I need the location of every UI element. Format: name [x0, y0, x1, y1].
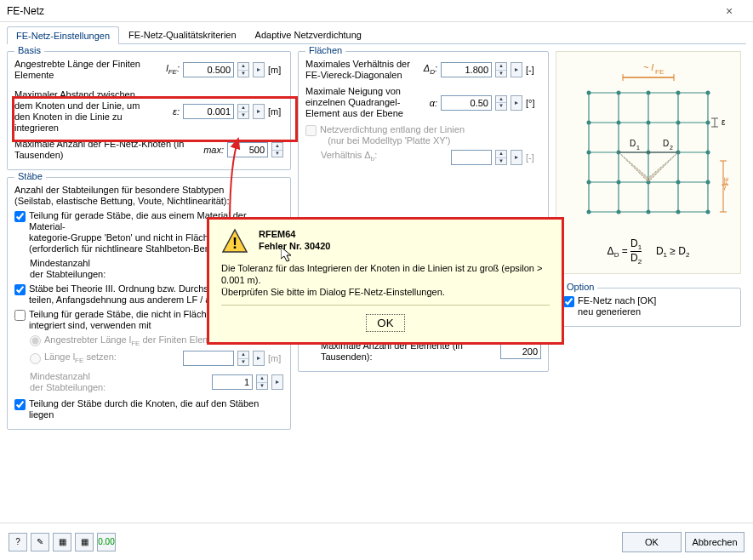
ok-button[interactable]: OK: [622, 532, 682, 552]
close-icon[interactable]: ×: [712, 4, 746, 18]
icon-btn-4[interactable]: 0.00: [97, 533, 116, 551]
svg-point-31: [617, 180, 621, 185]
svg-text:D: D: [663, 139, 669, 148]
spinner-min2[interactable]: ▲▼: [256, 374, 268, 390]
svg-point-33: [676, 180, 681, 185]
radio-angestrebte-laenge: [30, 335, 41, 346]
svg-point-16: [617, 91, 621, 95]
tab-qualitaetskriterien[interactable]: FE-Netz-Qualitätskriterien: [119, 26, 246, 43]
unit-eps: [m]: [268, 106, 283, 117]
input-vol-max[interactable]: [500, 344, 541, 359]
input-verhaeltnis: [451, 150, 492, 165]
label-len: Angestrebte Länge der Finiten Elemente: [14, 59, 154, 81]
radio-laenge-setzen: [30, 353, 41, 364]
unit-diag: [-]: [526, 65, 541, 75]
cb-teilung-flaechen[interactable]: [14, 310, 26, 321]
icon-btn-3[interactable]: ▦: [75, 533, 94, 551]
spinner-laenge-setzen: ▲▼: [237, 351, 249, 366]
icon-btn-2[interactable]: ▦: [53, 533, 71, 551]
unit-neig: [°]: [526, 98, 541, 108]
svg-text:2: 2: [670, 145, 673, 151]
label-eps: Maximaler Abstand zwischen dem Knoten un…: [14, 89, 154, 134]
cancel-button[interactable]: Abbrechen: [685, 532, 744, 552]
cb-netzverdichtung-linien: [305, 125, 317, 136]
sym-max: max:: [202, 145, 224, 155]
error-message: Die Toleranz für das Integrieren der Kno…: [221, 262, 550, 306]
svg-point-35: [587, 210, 591, 214]
error-title: Fehler Nr. 30420: [259, 240, 330, 252]
diagram: ~ lFE D1 D: [556, 51, 741, 274]
sym-eps: ε:: [157, 106, 180, 117]
cb-teilung-beton[interactable]: [14, 211, 26, 222]
spinner-neig[interactable]: ▲▼: [495, 95, 507, 111]
input-lfe[interactable]: [183, 62, 234, 77]
tab-adaptive-netzverdichtung[interactable]: Adaptive Netzverdichtung: [246, 26, 371, 43]
svg-point-38: [676, 210, 681, 214]
label-max: Maximale Anzahl der FE-Netz-Knoten (in T…: [14, 139, 198, 161]
svg-point-21: [617, 121, 621, 125]
unit-lfe: [m]: [268, 65, 283, 75]
unit-verhaeltnis: [-]: [526, 152, 541, 163]
spinner-diag[interactable]: ▲▼: [495, 62, 507, 77]
input-min2[interactable]: [212, 374, 253, 390]
spinner-eps[interactable]: ▲▼: [237, 104, 249, 119]
group-title-option: Option: [563, 282, 597, 292]
group-title-flaechen: Flächen: [305, 45, 345, 55]
svg-text:FE: FE: [655, 68, 664, 76]
sym-neig: α:: [415, 98, 437, 108]
error-product: RFEM64: [259, 228, 330, 240]
picker-diag[interactable]: ▸: [511, 62, 522, 77]
radio-angestrebte-laenge-label: Angestrebter Länge lFE der Finiten Eleme…: [44, 334, 229, 347]
help-button[interactable]: ?: [9, 533, 27, 551]
svg-point-19: [706, 91, 710, 95]
group-title-staebe: Stäbe: [14, 171, 46, 181]
formula: ΔD = D1D2 D1 ≥ D2: [563, 237, 733, 266]
svg-point-30: [587, 180, 591, 185]
cb-teilung-flaechen-label: Teilung für gerade Stäbe, die nicht in F…: [29, 309, 217, 331]
svg-point-15: [587, 91, 591, 95]
svg-point-25: [587, 151, 591, 155]
input-neig[interactable]: [441, 95, 492, 111]
svg-point-37: [647, 210, 651, 214]
cb-teilung-knoten[interactable]: [14, 399, 26, 410]
spinner-max[interactable]: ▲▼: [271, 142, 283, 157]
spinner-lfe[interactable]: ▲▼: [237, 62, 249, 77]
cb-regenerate[interactable]: [563, 296, 574, 307]
picker-lfe[interactable]: ▸: [253, 62, 265, 77]
svg-text:1: 1: [636, 145, 640, 151]
picker-neig[interactable]: ▸: [511, 95, 522, 111]
label-div: Anzahl der Stabteilungen für besondere S…: [14, 185, 283, 207]
input-max[interactable]: [227, 142, 268, 157]
label-diag: Maximales Verhältnis derFE-Viereck-Diago…: [305, 59, 412, 81]
picker-min2[interactable]: ▸: [271, 374, 283, 390]
tab-strip: FE-Netz-Einstellungen FE-Netz-Qualitätsk…: [7, 26, 746, 44]
cb-netzverdichtung-linien-label: Netzverdichtung entlang der Linien (nur …: [320, 124, 465, 146]
cb-theorie3[interactable]: [14, 284, 26, 295]
svg-point-20: [587, 121, 591, 125]
picker-verhaeltnis: ▸: [511, 150, 522, 165]
spinner-verhaeltnis: ▲▼: [495, 150, 507, 165]
svg-point-36: [617, 210, 621, 214]
error-ok-button[interactable]: OK: [366, 314, 404, 332]
svg-text:ε: ε: [722, 117, 726, 127]
picker-laenge-setzen: ▸: [253, 351, 265, 366]
input-laenge-setzen: [183, 351, 234, 366]
group-basis: Basis Angestrebte Länge der Finiten Elem…: [7, 51, 291, 170]
radio-laenge-setzen-label: Länge lFE setzen:: [44, 351, 180, 366]
picker-eps[interactable]: ▸: [253, 104, 265, 119]
svg-text:!: !: [232, 235, 237, 252]
cb-regenerate-label: FE-Netz nach [OK]neu generieren: [578, 295, 656, 317]
window-title: FE-Netz: [7, 5, 712, 17]
input-eps[interactable]: [183, 104, 234, 119]
sym-diag: ΔD:: [415, 63, 437, 76]
input-diag[interactable]: [441, 62, 492, 77]
svg-text:~ l: ~ l: [643, 62, 653, 72]
bottom-bar: ? ✎ ▦ ▦ 0.00 OK Abbrechen: [0, 523, 753, 560]
cb-teilung-knoten-label: Teilung der Stäbe durch die Knoten, die …: [29, 398, 283, 420]
icon-btn-1[interactable]: ✎: [31, 533, 49, 551]
warning-icon: !: [221, 228, 248, 255]
unit-laenge-setzen: [m]: [268, 353, 283, 363]
tab-fe-netz-einstellungen[interactable]: FE-Netz-Einstellungen: [7, 26, 119, 44]
label-verhaeltnis: Verhältnis Δb:: [321, 150, 448, 164]
group-option: Option FE-Netz nach [OK]neu generieren: [556, 288, 741, 327]
